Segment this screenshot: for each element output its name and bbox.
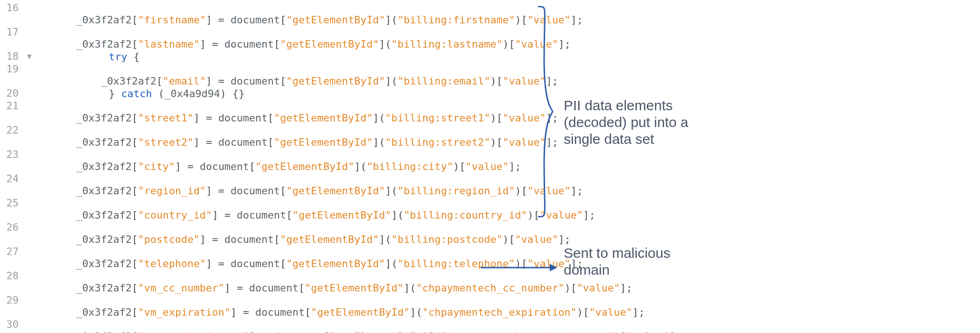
code-editor[interactable]: 16 _0x3f2af2["firstname"] = document["ge… bbox=[0, 2, 534, 333]
line-number: 17 bbox=[2, 26, 27, 38]
line-number: 29 bbox=[2, 294, 27, 306]
line-number: 19 bbox=[2, 63, 27, 75]
fold-chevron-icon bbox=[27, 149, 35, 150]
line-number: 16 bbox=[2, 2, 27, 14]
code-content: _0x3f2af2["street2"] = document["getElem… bbox=[2, 136, 558, 148]
curly-brace-icon bbox=[534, 4, 554, 220]
fold-chevron-icon bbox=[27, 124, 35, 126]
fold-chevron-icon[interactable]: ▼ bbox=[27, 50, 35, 61]
code-line[interactable]: 20 } catch (_0x4a9d94) {} bbox=[2, 87, 534, 100]
code-line[interactable]: 16 _0x3f2af2["firstname"] = document["ge… bbox=[2, 2, 534, 26]
fold-chevron-icon bbox=[27, 26, 35, 28]
line-number: 28 bbox=[2, 270, 27, 282]
fold-chevron-icon bbox=[27, 270, 35, 271]
fold-chevron-icon bbox=[27, 173, 35, 174]
annotation-column: PII data elements (decoded) put into a s… bbox=[534, 2, 980, 333]
fold-chevron-icon bbox=[27, 294, 35, 296]
line-number: 27 bbox=[2, 246, 27, 257]
code-line[interactable]: 25 _0x3f2af2["country_id"] = document["g… bbox=[2, 197, 534, 221]
code-line[interactable]: 27 _0x3f2af2["telephone"] = document["ge… bbox=[2, 246, 534, 270]
fold-chevron-icon bbox=[27, 63, 35, 64]
line-number: 24 bbox=[2, 173, 27, 184]
line-number: 20 bbox=[2, 87, 27, 99]
annotation-domain-label: Sent to malicious domain bbox=[564, 245, 718, 278]
line-number: 30 bbox=[2, 319, 27, 330]
code-line[interactable]: 17 _0x3f2af2["lastname"] = document["get… bbox=[2, 26, 534, 50]
code-line[interactable]: 30 _0x3f2af2["vm_expiration_yr"] = docum… bbox=[2, 319, 534, 333]
code-content: } catch (_0x4a9d94) {} bbox=[35, 88, 245, 99]
code-line[interactable]: 18▼ try { bbox=[2, 50, 534, 63]
fold-chevron-icon bbox=[27, 87, 35, 89]
fold-chevron-icon bbox=[27, 221, 35, 223]
fold-chevron-icon bbox=[27, 100, 35, 101]
code-content: _0x3f2af2["city"] = document["getElement… bbox=[2, 161, 521, 172]
line-number: 26 bbox=[2, 221, 27, 233]
line-number: 23 bbox=[2, 149, 27, 160]
code-content: try { bbox=[35, 51, 140, 63]
fold-chevron-icon bbox=[27, 319, 35, 320]
line-number: 21 bbox=[2, 100, 27, 112]
line-number: 22 bbox=[2, 124, 27, 136]
code-line[interactable]: 23 _0x3f2af2["city"] = document["getElem… bbox=[2, 149, 534, 173]
code-content: _0x3f2af2["lastname"] = document["getEle… bbox=[2, 38, 571, 50]
code-content: _0x3f2af2["region_id"] = document["getEl… bbox=[2, 185, 583, 197]
code-line[interactable]: 19 _0x3f2af2["email"] = document["getEle… bbox=[2, 63, 534, 87]
fold-chevron-icon bbox=[27, 2, 35, 3]
code-content: _0x3f2af2["street1"] = document["getElem… bbox=[2, 112, 558, 124]
fold-chevron-icon bbox=[27, 246, 35, 247]
code-line[interactable]: 29 _0x3f2af2["vm_expiration"] = document… bbox=[2, 294, 534, 319]
code-line[interactable]: 26 _0x3f2af2["postcode"] = document["get… bbox=[2, 221, 534, 246]
code-content: _0x3f2af2["email"] = document["getElemen… bbox=[2, 75, 558, 87]
line-number: 18 bbox=[2, 50, 27, 62]
code-line[interactable]: 22 _0x3f2af2["street2"] = document["getE… bbox=[2, 124, 534, 149]
code-content: _0x3f2af2["firstname"] = document["getEl… bbox=[2, 14, 583, 26]
code-line[interactable]: 24 _0x3f2af2["region_id"] = document["ge… bbox=[2, 173, 534, 197]
annotation-pii-label: PII data elements (decoded) put into a s… bbox=[564, 97, 718, 148]
arrow-right-icon bbox=[480, 262, 559, 273]
code-content: _0x3f2af2["country_id"] = document["getE… bbox=[2, 209, 595, 221]
code-content: _0x3f2af2["postcode"] = document["getEle… bbox=[2, 234, 571, 245]
code-line[interactable]: 28 _0x3f2af2["vm_cc_number"] = document[… bbox=[2, 270, 534, 294]
fold-chevron-icon bbox=[27, 197, 35, 198]
line-number: 25 bbox=[2, 197, 27, 209]
code-line[interactable]: 21 _0x3f2af2["street1"] = document["getE… bbox=[2, 100, 534, 124]
